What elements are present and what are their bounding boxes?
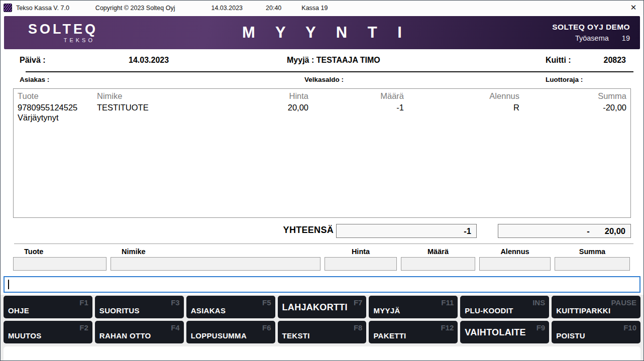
fkey-label: F11 [441, 298, 454, 307]
customer-info-row: Asiakas : Velkasaldo : Luottoraja : [1, 76, 643, 85]
item-row-note: Värjäytynyt [14, 113, 630, 124]
entry-label-summa: Summa [555, 246, 630, 256]
fkey-label: F4 [171, 323, 180, 332]
entry-label-maara: Määrä [401, 246, 475, 256]
button-rahan-otto[interactable]: RAHAN OTTO F4 [95, 321, 184, 343]
item-row-discount: R [408, 101, 523, 113]
company-name: SOLTEQ OYJ DEMO [552, 22, 630, 33]
product-name-input[interactable] [111, 257, 320, 271]
titlebar: Tekso Kassa V. 7.0 Copyright © 2023 Solt… [1, 1, 643, 15]
fkey-label: F6 [262, 323, 271, 332]
sum-input[interactable] [555, 257, 630, 271]
item-row-product-code[interactable]: 9780955124525 [14, 101, 93, 113]
function-key-area: OHJE F1 SUORITUS F3 ASIAKAS F5 LAHJAKORT… [1, 295, 643, 361]
fkey-label: F2 [79, 323, 88, 332]
button-suoritus[interactable]: SUORITUS F3 [95, 296, 184, 318]
button-kuittiparkki[interactable]: KUITTIPARKKI PAUSE [552, 296, 640, 318]
fkey-label: F10 [623, 323, 636, 332]
items-table: Tuote Nimike Hinta Määrä Alennus Summa 9… [13, 88, 631, 218]
button-muutos[interactable]: MUUTOS F2 [4, 321, 92, 343]
close-button[interactable]: ✕ [627, 2, 639, 13]
seller-label: Myyjä : TESTAAJA TIMO [287, 56, 380, 65]
header-right-block: SOLTEQ OYJ DEMO Työasema 19 [552, 22, 630, 43]
fkey-label: F3 [171, 298, 180, 307]
entry-label-nimike: Nimike [111, 246, 320, 256]
app-header: SOLTEQ TEKSO M Y Y N T I SOLTEQ OYJ DEMO… [4, 16, 640, 49]
product-code-input[interactable] [13, 257, 106, 271]
debt-balance-label: Velkasaldo : [304, 76, 344, 83]
entry-fields: Tuote Nimike Hinta Määrä Alennus Summa [13, 246, 630, 271]
fkey-label: F9 [536, 323, 546, 332]
item-row-name: TESTITUOTE [93, 101, 230, 113]
entry-separator [14, 244, 633, 244]
button-teksti[interactable]: TEKSTI F8 [278, 321, 367, 343]
workstation-info: Työasema 19 [552, 33, 630, 44]
workstation-value: 19 [622, 34, 630, 42]
fkey-label: INS [532, 298, 545, 307]
app-icon [4, 4, 12, 12]
customer-label: Asiakas : [20, 76, 49, 83]
pos-window: { "titlebar": { "app_title": "Tekso Kass… [0, 0, 644, 361]
fkey-label: F7 [354, 298, 363, 307]
fkey-label: F5 [262, 298, 271, 307]
totals-label: YHTEENSÄ [276, 225, 334, 235]
entry-label-hinta: Hinta [325, 246, 397, 256]
item-row-quantity: -1 [312, 101, 408, 113]
total-amount-sign: - [587, 226, 590, 236]
button-lahjakortti[interactable]: LAHJAKORTTI F7 [278, 296, 367, 318]
logo-sub-text: TEKSO [28, 38, 98, 43]
logo-main-text: SOLTEQ [28, 23, 98, 36]
close-icon: ✕ [630, 3, 637, 12]
col-header-hinta: Hinta [230, 89, 312, 101]
app-title: Tekso Kassa V. 7.0 [16, 5, 69, 12]
discount-input[interactable] [479, 257, 551, 271]
titlebar-date: 14.03.2023 [211, 5, 243, 12]
button-asiakas[interactable]: ASIAKAS F5 [186, 296, 275, 318]
button-ohje[interactable]: OHJE F1 [4, 296, 92, 318]
titlebar-register: Kassa 19 [301, 5, 328, 12]
text-caret [8, 280, 9, 289]
fkey-label: F12 [441, 323, 454, 332]
page-title: M Y Y N T I [234, 24, 410, 42]
button-poistu[interactable]: POISTU F10 [552, 321, 640, 343]
receipt-number: 20823 [581, 56, 626, 65]
command-input[interactable] [4, 276, 640, 293]
item-row-price: 20,00 [230, 101, 312, 113]
date-label: Päivä : [20, 56, 46, 65]
col-header-summa: Summa [523, 89, 630, 101]
button-vaihtolaite[interactable]: VAIHTOLAITE F9 [460, 321, 549, 343]
credit-limit-label: Luottoraja : [546, 76, 583, 83]
status-bar [4, 346, 640, 361]
button-loppusumma[interactable]: LOPPUSUMMA F6 [186, 321, 275, 343]
date-value: 14.03.2023 [129, 56, 169, 65]
item-row-total: -20,00 [523, 101, 630, 113]
workstation-label: Työasema [575, 34, 609, 42]
totals-row: YHTEENSÄ -1 - 20,00 [1, 221, 643, 240]
col-header-maara: Määrä [312, 89, 408, 101]
total-quantity-box: -1 [336, 224, 477, 238]
sale-info-row: Päivä : 14.03.2023 Myyjä : TESTAAJA TIMO… [1, 56, 643, 67]
col-header-nimike: Nimike [93, 89, 230, 101]
solteq-logo: SOLTEQ TEKSO [28, 23, 98, 43]
info-separator [26, 71, 633, 72]
entry-label-tuote: Tuote [13, 246, 106, 256]
col-header-tuote: Tuote [14, 89, 93, 101]
price-input[interactable] [325, 257, 397, 271]
total-quantity-value: -1 [464, 226, 471, 236]
button-row-2: MUUTOS F2 RAHAN OTTO F4 LOPPUSUMMA F6 TE… [4, 321, 640, 343]
fkey-label: F1 [79, 298, 88, 307]
quantity-input[interactable] [401, 257, 475, 271]
command-input-wrap [4, 276, 640, 293]
total-amount-box: - 20,00 [498, 224, 631, 238]
entry-label-alennus: Alennus [479, 246, 551, 256]
total-amount-value: 20,00 [605, 226, 625, 236]
fkey-label: F8 [354, 323, 363, 332]
button-paketti[interactable]: PAKETTI F12 [369, 321, 458, 343]
titlebar-time: 20:40 [266, 5, 281, 12]
button-myyja[interactable]: MYYJÄ F11 [369, 296, 458, 318]
col-header-alennus: Alennus [408, 89, 523, 101]
copyright-text: Copyright © 2023 Solteq Oyj [95, 5, 175, 12]
fkey-label: PAUSE [611, 298, 636, 307]
button-row-1: OHJE F1 SUORITUS F3 ASIAKAS F5 LAHJAKORT… [4, 296, 640, 318]
button-plu-koodit[interactable]: PLU-KOODIT INS [460, 296, 549, 318]
